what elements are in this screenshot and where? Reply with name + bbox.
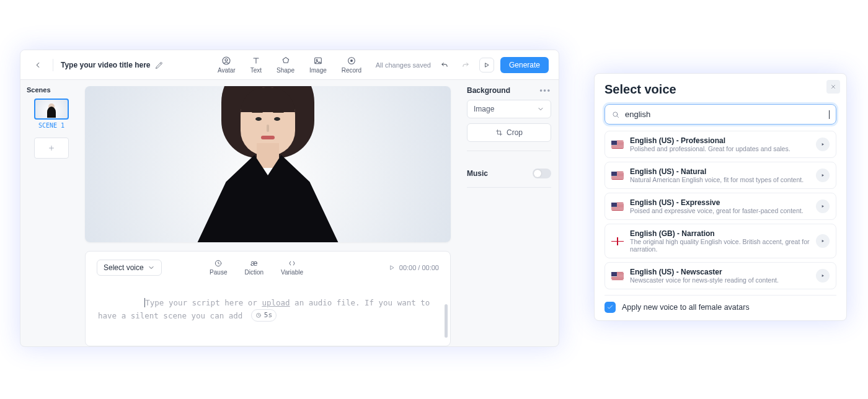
header-separator	[53, 59, 53, 71]
video-editor-window: Type your video title here Avatar Text S…	[20, 50, 559, 347]
plus-icon	[48, 144, 55, 152]
music-section-title: Music	[467, 169, 488, 178]
voice-option[interactable]: English (US) - ExpressivePoised and expr…	[604, 193, 836, 220]
script-tool-variable[interactable]: Variable	[281, 259, 303, 276]
redo-icon	[461, 61, 470, 69]
music-toggle[interactable]	[533, 169, 551, 178]
background-type-select[interactable]: Image	[467, 100, 551, 118]
voice-option[interactable]: English (US) - NaturalNatural American E…	[604, 162, 836, 189]
text-cursor	[829, 110, 830, 119]
voice-name: English (US) - Expressive	[630, 198, 810, 207]
voice-name: English (GB) - Narration	[630, 229, 810, 238]
variable-icon	[288, 259, 296, 268]
scene-thumbnail[interactable]	[34, 99, 69, 120]
apply-all-row[interactable]: Apply new voice to all female avatars	[604, 295, 836, 313]
background-more-button[interactable]: •••	[539, 86, 551, 95]
svg-point-5	[350, 59, 353, 62]
voice-preview-button[interactable]	[816, 234, 830, 248]
voice-list: English (US) - ProfessionalPolished and …	[604, 131, 836, 290]
undo-icon	[440, 61, 449, 69]
pause-chip[interactable]: 5s	[251, 309, 277, 322]
tool-shape[interactable]: Shape	[277, 56, 294, 74]
scrollbar-thumb[interactable]	[445, 304, 448, 338]
tool-text[interactable]: Text	[250, 56, 262, 74]
voice-preview-button[interactable]	[816, 269, 830, 283]
play-outline-icon	[388, 264, 396, 271]
record-icon	[347, 56, 356, 66]
flag-gb-icon	[611, 237, 624, 245]
scenes-panel: Scenes SCENE 1	[20, 80, 82, 346]
diction-icon: æ	[250, 259, 258, 268]
voice-preview-button[interactable]	[816, 138, 830, 151]
select-voice-button[interactable]: Select voice	[97, 260, 162, 276]
script-textarea[interactable]: Type your script here or upload an audio…	[97, 284, 439, 335]
script-tool-pause[interactable]: Pause	[210, 259, 227, 276]
add-scene-button[interactable]	[34, 138, 69, 159]
play-icon	[820, 273, 825, 278]
script-toolbar: Select voice Pause æ Diction	[97, 259, 439, 276]
tool-record[interactable]: Record	[342, 56, 361, 74]
crop-button[interactable]: Crop	[467, 123, 551, 142]
close-icon	[830, 84, 836, 90]
image-icon	[313, 56, 323, 66]
properties-panel: Background ••• Image Crop Music	[459, 80, 559, 346]
pencil-icon	[155, 61, 164, 69]
back-button[interactable]	[30, 58, 45, 72]
voice-option[interactable]: English (US) - NewscasterNewscaster voic…	[604, 262, 836, 289]
apply-all-checkbox[interactable]	[604, 302, 616, 313]
preview-play-button[interactable]	[479, 58, 494, 72]
svg-point-1	[225, 59, 228, 61]
flag-us-icon	[611, 172, 624, 180]
select-voice-modal: Select voice English (US) - Professional…	[594, 73, 847, 321]
voice-option[interactable]: English (GB) - NarrationThe original hig…	[604, 224, 836, 258]
voice-preview-button[interactable]	[816, 169, 830, 182]
voice-search-input[interactable]	[604, 104, 836, 125]
flag-us-icon	[611, 141, 624, 149]
editor-header: Type your video title here Avatar Text S…	[20, 50, 559, 80]
chevron-down-icon	[537, 105, 544, 113]
video-canvas[interactable]	[85, 86, 451, 242]
close-button[interactable]	[826, 80, 840, 94]
script-tool-diction[interactable]: æ Diction	[244, 259, 264, 276]
clock-small-icon	[255, 312, 262, 318]
tool-avatar[interactable]: Avatar	[218, 56, 236, 74]
voice-preview-button[interactable]	[816, 200, 830, 213]
search-icon	[611, 110, 620, 119]
play-icon	[820, 239, 825, 243]
tool-image[interactable]: Image	[309, 56, 327, 74]
play-icon	[820, 173, 825, 178]
flag-us-icon	[611, 203, 624, 211]
chevron-left-icon	[33, 61, 42, 69]
voice-description: Natural American English voice, fit for …	[630, 176, 810, 183]
panel-separator	[467, 151, 551, 151]
redo-button[interactable]	[458, 58, 473, 72]
insert-toolbar: Avatar Text Shape Image Record	[218, 56, 361, 74]
play-icon	[820, 204, 825, 209]
canvas-area: Select voice Pause æ Diction	[82, 80, 459, 346]
check-icon	[606, 304, 614, 311]
voice-name: English (US) - Natural	[630, 167, 810, 176]
save-status: All changes saved	[376, 61, 431, 69]
generate-button[interactable]: Generate	[500, 57, 549, 73]
apply-all-label: Apply new voice to all female avatars	[622, 303, 750, 312]
upload-link[interactable]: upload	[262, 298, 290, 307]
voice-option[interactable]: English (US) - ProfessionalPolished and …	[604, 131, 836, 158]
voice-description: Poised and expressive voice, great for f…	[630, 207, 810, 214]
undo-button[interactable]	[437, 58, 452, 72]
avatar-figure	[197, 87, 339, 242]
play-icon	[820, 142, 825, 147]
svg-point-3	[316, 59, 317, 61]
header-right: All changes saved Generate	[376, 57, 549, 73]
script-playback[interactable]: 00:00 / 00:00	[388, 264, 439, 271]
shape-icon	[281, 56, 291, 66]
voice-name: English (US) - Newscaster	[630, 268, 810, 276]
title-editor[interactable]: Type your video title here	[61, 61, 164, 69]
script-panel: Select voice Pause æ Diction	[85, 251, 451, 346]
editor-body: Scenes SCENE 1	[20, 80, 559, 346]
modal-title: Select voice	[604, 82, 836, 97]
scene-label: SCENE 1	[27, 122, 76, 129]
svg-point-8	[613, 112, 618, 116]
voice-search-field[interactable]	[625, 110, 824, 119]
background-section-title: Background	[467, 86, 510, 95]
title-placeholder: Type your video title here	[61, 61, 150, 69]
